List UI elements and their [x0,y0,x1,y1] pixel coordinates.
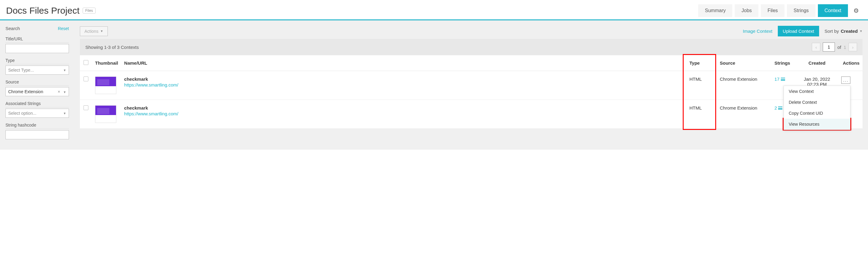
th-strings[interactable]: Strings [771,55,796,71]
associated-strings-label: Associated Strings [5,101,69,107]
context-url[interactable]: https://www.smartling.com/ [124,82,683,88]
tab-files[interactable]: Files [761,4,784,17]
chevron-down-icon: ▼ [860,29,863,33]
chevron-down-icon: ▼ [63,91,66,94]
th-created[interactable]: Created [796,55,838,71]
files-badge[interactable]: Files [83,8,96,14]
tab-context[interactable]: Context [818,4,848,17]
strings-count: 2 [774,105,777,110]
th-name-url: Name/URL [121,55,686,71]
project-title: Docs Files Project [6,5,80,16]
of-label: of [837,44,841,50]
menu-view-context[interactable]: View Context [784,86,850,97]
context-url[interactable]: https://www.smartling.com/ [124,111,683,116]
source-value: Chrome Extension [8,89,43,94]
context-source: Chrome Extension [717,100,771,129]
created-date: Jan 20, 2022 [799,76,835,82]
search-label: Search [5,26,20,31]
total-pages: 1 [844,44,846,50]
source-label: Source [5,79,69,86]
sidebar: Search Reset Title/URL Type Select Type.… [0,20,74,150]
sort-by-label: Sort by [825,29,839,34]
table-row: checkmark https://www.smartling.com/ HTM… [80,100,863,129]
type-placeholder: Select Type... [8,68,34,72]
type-label: Type [5,58,69,64]
lines-icon [781,78,785,81]
clear-source-icon[interactable]: × [58,89,60,94]
tab-summary[interactable]: Summary [698,4,732,17]
context-source: Chrome Extension [717,71,771,100]
menu-view-resources[interactable]: View Resources [784,119,850,130]
prev-page-button[interactable]: ‹ [812,43,820,51]
th-actions: Actions [838,55,863,71]
type-select[interactable]: Select Type... ▼ [5,66,69,75]
context-name: checkmark [124,76,683,82]
source-select[interactable]: Chrome Extension × ▼ [5,87,69,96]
gear-icon[interactable]: ⚙ [850,7,862,14]
actions-label: Actions [85,29,98,34]
reset-link[interactable]: Reset [58,26,69,31]
strings-link[interactable]: 17 [774,76,793,82]
string-hashcode-label: String hashcode [5,123,69,129]
string-hashcode-input[interactable] [5,130,69,139]
image-context-link[interactable]: Image Context [743,29,773,34]
associated-strings-select[interactable]: Select option... ▼ [5,109,69,118]
chevron-down-icon: ▼ [63,69,66,72]
menu-delete-context[interactable]: Delete Context [784,97,850,108]
showing-text: Showing 1-3 of 3 Contexts [85,44,139,50]
th-type[interactable]: Type [686,55,717,71]
lines-icon [778,106,782,109]
row-actions-button[interactable]: ... [841,76,850,84]
context-type: HTML [686,71,717,100]
next-page-button[interactable]: › [848,43,857,51]
context-type: HTML [686,100,717,129]
menu-copy-uid[interactable]: Copy Context UID [784,108,850,119]
title-url-input[interactable] [5,44,69,53]
sort-value: Created [841,29,858,34]
row-checkbox[interactable] [84,76,88,82]
upload-context-button[interactable]: Upload Context [778,26,819,36]
table-row: checkmark https://www.smartling.com/ HTM… [80,71,863,100]
context-name: checkmark [124,105,683,110]
associated-placeholder: Select option... [8,111,36,116]
page-input[interactable] [823,42,835,52]
title-url-label: Title/URL [5,36,69,43]
strings-count: 17 [774,76,780,82]
sort-by-control[interactable]: Sort by Created ▼ [825,29,863,34]
chevron-down-icon: ▼ [100,29,103,33]
th-thumbnail: Thumbnail [92,55,121,71]
thumbnail[interactable] [95,105,116,123]
chevron-down-icon: ▼ [63,112,66,115]
actions-button[interactable]: Actions ▼ [80,26,108,36]
select-all-checkbox[interactable] [84,60,88,65]
thumbnail[interactable] [95,76,116,94]
tab-strings[interactable]: Strings [787,4,815,17]
row-actions-menu: View Context Delete Context Copy Context… [783,86,850,130]
tab-jobs[interactable]: Jobs [735,4,758,17]
th-source[interactable]: Source [717,55,771,71]
row-checkbox[interactable] [84,105,88,110]
